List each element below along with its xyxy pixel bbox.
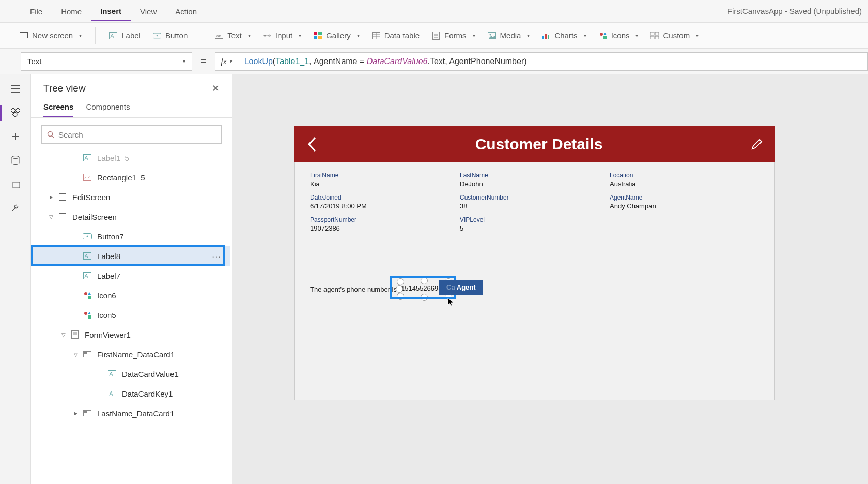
field-value: 6/17/2019 8:00 PM	[310, 202, 460, 210]
rect-icon	[82, 174, 93, 181]
hamburger-icon[interactable]	[10, 84, 21, 94]
close-panel-icon[interactable]: ✕	[212, 83, 220, 94]
text-button[interactable]: ab Text ▾	[210, 28, 256, 43]
label-icon	[82, 154, 93, 161]
form-icon	[69, 330, 81, 339]
media-label: Media	[500, 31, 521, 40]
gallery-icon	[314, 32, 322, 40]
data-icon[interactable]	[10, 155, 21, 165]
tree-caret[interactable]: ▶	[70, 411, 82, 416]
tab-components[interactable]: Components	[86, 98, 130, 117]
media-icon[interactable]	[10, 179, 21, 189]
svg-point-23	[489, 34, 491, 35]
menu-bar: File Home Insert View Action FirstCanvas…	[0, 0, 868, 23]
label-icon	[82, 252, 93, 260]
button-button[interactable]: Button	[148, 28, 193, 43]
add-icon[interactable]	[10, 131, 21, 142]
label-label: Label	[121, 31, 141, 40]
input-icon	[263, 32, 271, 40]
tree-item-label8[interactable]: Label8···	[31, 246, 230, 266]
tree-search[interactable]	[41, 125, 222, 144]
btn-icon	[82, 233, 93, 239]
tree-item-label1_5[interactable]: Label1_5	[31, 148, 230, 168]
svg-point-45	[48, 132, 53, 137]
tree-caret[interactable]: ▶	[45, 195, 57, 200]
card-icon	[82, 410, 93, 416]
media-icon	[488, 32, 496, 40]
tree-item-lastname_datacard1[interactable]: ▶LastName_DataCard1	[31, 403, 230, 423]
tree-item-label: Icon6	[97, 291, 116, 300]
tree-item-formviewer1[interactable]: ▽FormViewer1	[31, 325, 230, 344]
app-save-status: FirstCanvasApp - Saved (Unpublished)	[727, 7, 868, 16]
svg-point-41	[12, 156, 19, 159]
svg-point-57	[84, 312, 87, 315]
menu-file[interactable]: File	[21, 2, 52, 20]
tree-caret[interactable]: ▽	[58, 332, 69, 338]
chevron-down-icon: ▾	[299, 33, 301, 38]
tree-caret[interactable]: ▽	[45, 214, 57, 220]
tree-item-label: DataCardKey1	[122, 389, 173, 398]
label-icon	[106, 370, 118, 377]
svg-point-4	[157, 35, 158, 36]
label-icon	[106, 390, 118, 397]
formula-input[interactable]: LookUp(Table1_1, AgentName = DataCardVal…	[238, 52, 868, 71]
menu-insert[interactable]: Insert	[91, 2, 131, 21]
svg-rect-56	[88, 296, 91, 299]
svg-rect-50	[59, 214, 66, 220]
tree-item-detailscreen[interactable]: ▽DetailScreen	[31, 207, 230, 226]
tree-body[interactable]: Label1_5Rectangle1_5▶EditScreen▽DetailSc…	[31, 148, 232, 484]
search-input[interactable]	[58, 130, 216, 139]
tree-item-label: Button7	[97, 232, 124, 241]
svg-rect-12	[314, 36, 317, 39]
new-screen-button[interactable]: New screen ▾	[14, 28, 87, 43]
forms-label: Forms	[444, 31, 467, 40]
tree-item-datacardkey1[interactable]: DataCardKey1	[31, 384, 230, 403]
tree-item-icon5[interactable]: Icon5	[31, 305, 230, 325]
datatable-button[interactable]: Data table	[367, 28, 425, 43]
forms-button[interactable]: Forms ▾	[427, 28, 481, 43]
fx-button[interactable]: fx ▾	[215, 52, 238, 71]
property-selector[interactable]: Text ▾	[21, 52, 192, 71]
tree-item-icon6[interactable]: Icon6	[31, 285, 230, 305]
svg-rect-29	[650, 32, 654, 35]
icons-button[interactable]: Icons ▾	[594, 28, 644, 43]
call-agent-button[interactable]: Ca Agent	[439, 280, 483, 295]
tree-caret[interactable]: ▽	[70, 352, 82, 357]
more-icon[interactable]: ···	[212, 252, 222, 261]
tree-item-editscreen[interactable]: ▶EditScreen	[31, 187, 230, 207]
input-button[interactable]: Input ▾	[258, 28, 306, 43]
tree-item-label: Rectangle1_5	[97, 173, 145, 182]
gallery-button[interactable]: Gallery ▾	[308, 28, 365, 43]
menu-view[interactable]: View	[131, 2, 166, 20]
label-button[interactable]: Label	[104, 28, 146, 43]
tree-item-button7[interactable]: Button7	[31, 226, 230, 246]
chevron-down-icon: ▾	[183, 58, 185, 64]
back-icon[interactable]	[306, 135, 317, 153]
field-label: VIPLevel	[460, 216, 610, 223]
tools-icon[interactable]	[10, 203, 21, 213]
media-button[interactable]: Media ▾	[483, 28, 535, 43]
charts-button[interactable]: Charts ▾	[537, 28, 591, 43]
label-icon	[82, 272, 93, 279]
formula-bar: Text ▾ = fx ▾ LookUp(Table1_1, AgentName…	[0, 49, 868, 74]
custom-button[interactable]: Custom ▾	[645, 28, 704, 43]
chevron-down-icon: ▾	[357, 33, 360, 38]
datatable-label: Data table	[384, 31, 420, 40]
tree-view-icon[interactable]	[10, 108, 21, 118]
menu-home[interactable]: Home	[52, 2, 91, 20]
tree-item-label: EditScreen	[72, 193, 110, 202]
tree-item-label7[interactable]: Label7	[31, 266, 230, 285]
svg-rect-32	[655, 36, 659, 39]
button-label: Button	[165, 31, 188, 40]
tree-item-firstname_datacard1[interactable]: ▽FirstName_DataCard1	[31, 344, 230, 364]
tree-item-rectangle1_5[interactable]: Rectangle1_5	[31, 168, 230, 187]
edit-icon[interactable]	[750, 138, 764, 151]
button-icon	[153, 32, 161, 40]
canvas-area[interactable]: Customer Details FirstNameKiaDateJoined6…	[233, 74, 868, 484]
menu-action[interactable]: Action	[166, 2, 206, 20]
tree-item-datacardvalue1[interactable]: DataCardValue1	[31, 364, 230, 384]
tab-screens[interactable]: Screens	[43, 98, 73, 117]
svg-rect-0	[20, 32, 28, 38]
chevron-down-icon: ▾	[696, 33, 699, 38]
field-viplevel: VIPLevel5	[460, 216, 610, 232]
